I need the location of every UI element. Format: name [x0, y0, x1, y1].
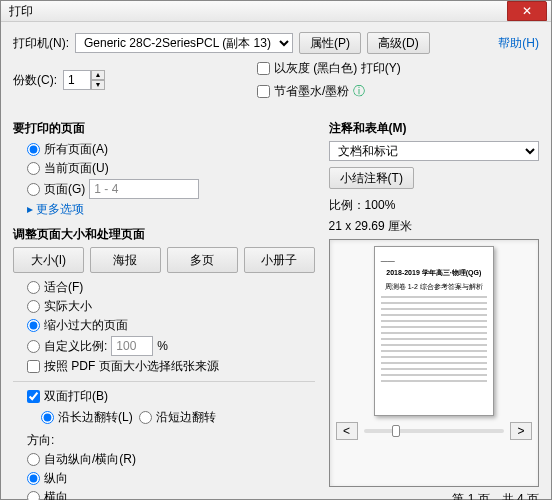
copies-input[interactable]: [63, 70, 91, 90]
copies-spinner[interactable]: ▲▼: [63, 70, 105, 90]
printer-select[interactable]: Generic 28C-2SeriesPCL (副本 13): [75, 33, 293, 53]
copies-label: 份数(C):: [13, 72, 57, 89]
multi-tab[interactable]: 多页: [167, 247, 238, 273]
size-tab[interactable]: 大小(I): [13, 247, 84, 273]
pages-radio[interactable]: 页面(G): [27, 179, 315, 199]
current-page-radio[interactable]: 当前页面(U): [27, 160, 315, 177]
summary-button[interactable]: 小结注释(T): [329, 167, 414, 189]
properties-button[interactable]: 属性(P): [299, 32, 361, 54]
window-title: 打印: [5, 3, 507, 20]
prev-page-button[interactable]: <: [336, 422, 358, 440]
right-panel: 注释和表单(M) 文档和标记 小结注释(T) 比例：100% 21 x 29.6…: [329, 112, 539, 500]
print-dialog: 打印 ✕ 打印机(N): Generic 28C-2SeriesPCL (副本 …: [0, 0, 552, 500]
custom-scale-radio[interactable]: 自定义比例: %: [27, 336, 315, 356]
custom-scale-input[interactable]: [111, 336, 153, 356]
info-icon: ⓘ: [353, 83, 365, 100]
left-panel: 要打印的页面 所有页面(A) 当前页面(U) 页面(G) ▸ 更多选项 调整页面…: [13, 112, 315, 500]
landscape-radio[interactable]: 横向: [27, 489, 315, 500]
flip-short-radio[interactable]: 沿短边翻转: [139, 409, 216, 426]
printer-label: 打印机(N):: [13, 35, 69, 52]
dim-label: 21 x 29.69 厘米: [329, 218, 539, 235]
booklet-tab[interactable]: 小册子: [244, 247, 315, 273]
pages-group-title: 要打印的页面: [13, 120, 315, 137]
all-pages-radio[interactable]: 所有页面(A): [27, 141, 315, 158]
flip-long-radio[interactable]: 沿长边翻转(L): [41, 409, 133, 426]
poster-tab[interactable]: 海报: [90, 247, 161, 273]
duplex-check[interactable]: 双面打印(B): [27, 388, 315, 405]
advanced-button[interactable]: 高级(D): [367, 32, 430, 54]
help-link[interactable]: 帮助(H): [498, 35, 539, 52]
portrait-radio[interactable]: 纵向: [27, 470, 315, 487]
size-group-title: 调整页面大小和处理页面: [13, 226, 315, 243]
annot-select[interactable]: 文档和标记: [329, 141, 539, 161]
page-slider[interactable]: [364, 429, 504, 433]
annot-label: 注释和表单(M): [329, 120, 539, 137]
more-options-link[interactable]: 更多选项: [36, 202, 84, 216]
grayscale-check[interactable]: 以灰度 (黑白色) 打印(Y): [257, 60, 401, 77]
orientation-label: 方向:: [27, 432, 315, 449]
scale-label: 比例：100%: [329, 197, 539, 214]
fit-radio[interactable]: 适合(F): [27, 279, 315, 296]
paper-source-check[interactable]: 按照 PDF 页面大小选择纸张来源: [27, 358, 315, 375]
close-button[interactable]: ✕: [507, 1, 547, 21]
save-ink-check[interactable]: 节省墨水/墨粉 ⓘ: [257, 83, 401, 100]
actual-size-radio[interactable]: 实际大小: [27, 298, 315, 315]
next-page-button[interactable]: >: [510, 422, 532, 440]
shrink-radio[interactable]: 缩小过大的页面: [27, 317, 315, 334]
page-range-input[interactable]: [89, 179, 199, 199]
printer-row: 打印机(N): Generic 28C-2SeriesPCL (副本 13) 属…: [13, 32, 539, 54]
spin-up-icon[interactable]: ▲: [91, 70, 105, 80]
expand-icon: ▸: [27, 202, 36, 216]
dialog-body: 打印机(N): Generic 28C-2SeriesPCL (副本 13) 属…: [1, 22, 551, 500]
title-bar: 打印 ✕: [1, 1, 551, 22]
preview-page: —— 2018-2019 学年高三·物理(QG) 周测卷 1-2 综合参考答案与…: [374, 246, 494, 416]
spin-down-icon[interactable]: ▼: [91, 80, 105, 90]
copies-row: 份数(C): ▲▼ 以灰度 (黑白色) 打印(Y) 节省墨水/墨粉 ⓘ: [13, 58, 539, 102]
page-of-label: 第 1 页，共 4 页: [329, 491, 539, 500]
auto-orient-radio[interactable]: 自动纵向/横向(R): [27, 451, 315, 468]
preview-pane: —— 2018-2019 学年高三·物理(QG) 周测卷 1-2 综合参考答案与…: [329, 239, 539, 487]
